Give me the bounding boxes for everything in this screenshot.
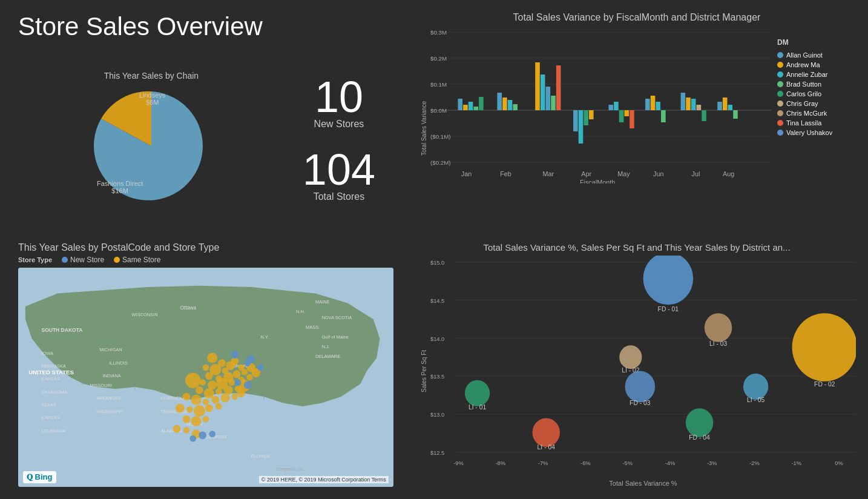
bar-chart-svg[interactable]: $0.3M $0.2M $0.1M $0.0M ($0.1M) ($0.2M) [430,26,771,230]
pie-chart-title: This Year Sales by Chain [104,71,199,81]
svg-text:FD - 01: FD - 01 [658,305,679,312]
svg-text:NOVA SCOTIA: NOVA SCOTIA [322,315,352,320]
svg-rect-22 [541,74,545,110]
legend-item-1[interactable]: Andrew Ma [777,61,856,68]
svg-text:KENTUCKY: KENTUCKY [160,395,185,401]
map-attribution[interactable]: © 2019 HERE, © 2019 Microsoft Corporatio… [259,476,389,483]
legend-item-2[interactable]: Annelie Zubar [777,71,856,78]
store-type-label: Store Type [18,256,52,263]
svg-text:($0.2M): ($0.2M) [430,160,451,166]
legend-dot-0 [777,52,783,58]
svg-text:$0.2M: $0.2M [430,56,447,62]
svg-rect-42 [697,105,702,110]
svg-text:$0.0M: $0.0M [430,108,447,114]
svg-text:-5%: -5% [622,460,633,466]
same-store-label: Same Store [122,256,160,264]
svg-text:-4%: -4% [665,460,676,466]
svg-rect-30 [608,105,613,110]
svg-rect-28 [584,110,588,125]
svg-rect-47 [733,110,738,119]
svg-rect-41 [691,99,696,110]
legend-label-3: Brad Sutton [786,81,821,88]
svg-point-137 [183,415,191,423]
svg-rect-43 [702,110,706,121]
svg-point-150 [199,431,206,439]
svg-rect-31 [614,102,619,110]
svg-text:UNITED STATES: UNITED STATES [28,369,74,375]
legend-item-4[interactable]: Carlos Grilo [777,90,856,97]
scatter-chart[interactable]: $15.0 $14.5 $14.0 $13.5 $13.0 $12.5 -9% … [430,256,856,478]
svg-point-149 [189,435,196,442]
svg-rect-18 [502,97,507,110]
svg-rect-14 [469,102,473,110]
svg-rect-13 [463,105,468,110]
svg-point-180 [619,345,642,369]
map-legend: Store Type New Store Same Store [18,256,393,264]
bar-y-axis-label: Total Sales Variance [418,26,430,230]
legend-item-3[interactable]: Brad Sutton [777,81,856,88]
svg-point-109 [242,369,248,375]
svg-text:TEXAS: TEXAS [42,402,56,408]
svg-rect-12 [458,99,462,110]
svg-text:-7%: -7% [538,460,548,466]
svg-point-97 [207,353,217,363]
svg-text:NEBRASKA: NEBRASKA [42,363,67,369]
top-left-panel: Store Sales Overview This Year Sales by … [6,6,406,236]
svg-text:$14.0: $14.0 [430,335,444,342]
svg-rect-16 [479,97,484,110]
svg-text:0%: 0% [835,460,843,466]
svg-rect-46 [728,105,733,110]
svg-point-121 [215,388,222,395]
svg-text:$15.0: $15.0 [430,259,444,266]
svg-text:$12.5: $12.5 [430,449,444,456]
svg-text:LOUISIANA: LOUISIANA [42,428,66,434]
svg-point-182 [465,380,490,406]
map-panel: This Year Sales by PostalCode and Store … [6,236,406,493]
pie-chart-section: This Year Sales by Chain Lindseys $6M Fa… [18,71,284,207]
new-stores-stat: 10 New Stores [314,75,364,130]
svg-point-145 [257,365,264,371]
same-store-dot [114,257,120,263]
svg-rect-33 [624,110,629,116]
svg-point-119 [196,386,203,394]
svg-text:-9%: -9% [453,460,464,466]
legend-item-8[interactable]: Valery Ushakov [777,129,856,136]
new-store-label: New Store [70,256,104,264]
svg-text:-6%: -6% [580,460,591,466]
svg-point-113 [208,380,217,389]
legend-item-6[interactable]: Chris McGurk [777,110,856,117]
svg-rect-32 [619,110,624,122]
svg-text:($0.1M): ($0.1M) [430,134,451,140]
svg-rect-35 [645,99,650,110]
legend-item-0[interactable]: Allan Guinot [777,51,856,59]
legend-label-1: Andrew Ma [786,61,820,68]
svg-text:FD - 02: FD - 02 [814,380,835,388]
svg-text:Jan: Jan [461,171,472,177]
svg-text:$13.0: $13.0 [430,411,444,418]
svg-text:KANSAS: KANSAS [42,415,60,420]
scatter-title: Total Sales Variance %, Sales Per Sq Ft … [418,242,856,253]
pie-label-lindseys: Lindseys $6M [139,91,165,106]
svg-text:GEORGIA: GEORGIA [206,434,227,440]
svg-text:Jul: Jul [692,171,700,177]
svg-text:LI - 04: LI - 04 [538,443,555,451]
svg-text:Ottawa: Ottawa [180,305,196,311]
pie-chart-container[interactable]: Lindseys $6M Fashions Direct $16M [91,85,212,207]
svg-rect-20 [513,104,518,110]
svg-point-143 [231,351,239,359]
legend-item-5[interactable]: Chris Gray [777,100,856,107]
svg-point-125 [183,393,191,401]
svg-rect-23 [546,87,551,110]
scatter-y-label: Sales Per Sq Ft [418,256,430,487]
legend-label-8: Valery Ushakov [786,129,832,136]
map-container[interactable]: SOUTH DAKOTA WISCONSIN Ottawa MAINE N.H.… [18,268,393,487]
svg-point-132 [176,404,185,413]
stats-section: 10 New Stores 104 Total Stores [284,63,393,214]
svg-text:LI - 01: LI - 01 [469,403,486,411]
svg-point-108 [233,370,241,378]
svg-rect-15 [473,107,478,110]
legend-item-7[interactable]: Tina Lassila [777,119,856,127]
new-stores-label: New Stores [314,119,364,130]
svg-rect-38 [661,110,666,122]
legend-label-4: Carlos Grilo [786,90,821,97]
